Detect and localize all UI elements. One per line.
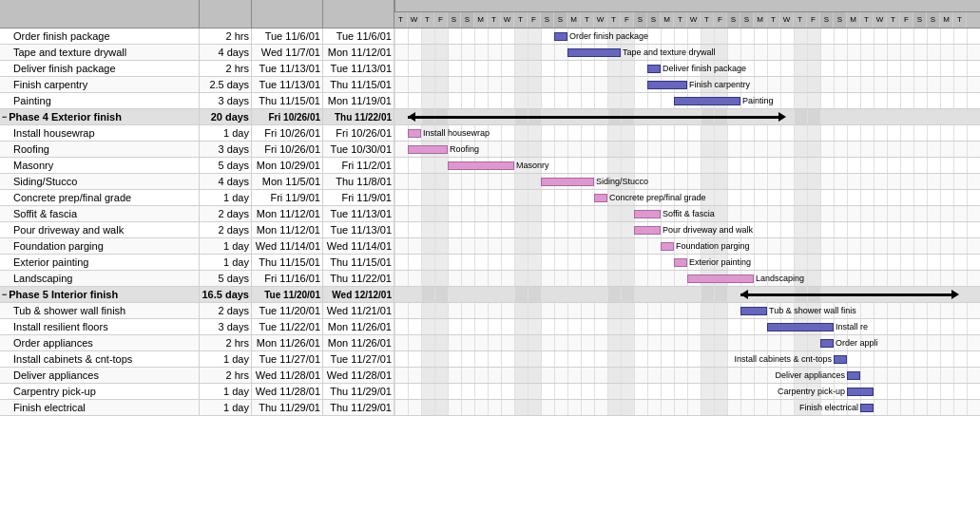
grid-line [607, 77, 608, 92]
gantt-row-83: Carpentry pick-up [394, 384, 980, 400]
grid-line [567, 287, 568, 302]
grid-line [541, 45, 542, 60]
grid-line [408, 271, 409, 286]
grid-line [488, 77, 489, 92]
grid-line [621, 158, 622, 173]
day-header-36: W [874, 12, 887, 28]
grid-line [621, 45, 622, 60]
grid-line [727, 368, 728, 383]
grid-line [607, 335, 608, 350]
grid-line [448, 319, 449, 334]
grid-line [767, 335, 768, 350]
task-bar [661, 242, 674, 251]
duration-cell-63: 2 hrs [200, 61, 252, 76]
grid-line [661, 255, 662, 270]
grid-line [860, 190, 861, 205]
task-bar [541, 178, 594, 186]
weekend-shade [701, 287, 714, 302]
grid-line [687, 384, 688, 399]
grid-line [940, 28, 941, 44]
grid-line [607, 206, 608, 221]
grid-line [554, 303, 555, 318]
grid-line [940, 77, 941, 92]
grid-line [408, 28, 409, 44]
finish-cell-64: Thu 11/15/01 [323, 77, 394, 92]
bar-label: Roofing [450, 144, 479, 154]
weekend-shade [807, 45, 820, 60]
day-header-34: M [847, 12, 860, 28]
grid-line [714, 174, 715, 189]
grid-line [820, 222, 821, 237]
grid-line [501, 77, 502, 92]
grid-line [501, 45, 502, 60]
weekend-shade [434, 174, 448, 189]
grid-line [488, 319, 489, 334]
grid-line [953, 109, 954, 124]
grid-line [528, 28, 528, 44]
gantt-row-64: Finish carpentry [394, 77, 980, 93]
grid-line [820, 238, 821, 254]
grid-line [807, 255, 808, 270]
weekend-shade [714, 335, 727, 350]
grid-line [408, 303, 409, 318]
bar-label: Foundation parging [676, 241, 750, 251]
grid-line [953, 125, 954, 141]
phase-arrow-right [778, 112, 786, 122]
grid-line [448, 61, 449, 76]
grid-line [634, 158, 635, 173]
start-cell-62: Wed 11/7/01 [252, 45, 323, 60]
grid-line [727, 351, 728, 367]
grid-line [408, 287, 409, 302]
weekend-shade [607, 255, 621, 270]
grid-line [967, 28, 968, 44]
grid-line [874, 303, 874, 318]
grid-line [900, 206, 901, 221]
expand-icon[interactable]: − [2, 290, 7, 299]
grid-line [594, 93, 595, 108]
grid-line [714, 319, 715, 334]
grid-line [421, 400, 422, 415]
grid-line [807, 142, 808, 157]
grid-line [714, 335, 715, 350]
grid-line [953, 142, 954, 157]
grid-line [701, 335, 701, 350]
grid-line [807, 335, 808, 350]
weekend-shade [528, 368, 541, 383]
grid-line [701, 287, 701, 302]
grid-line [488, 222, 489, 237]
grid-line [754, 28, 755, 44]
grid-line [847, 142, 848, 157]
grid-line [461, 174, 462, 189]
gantt-row-72: Soffit & fascia [394, 206, 980, 222]
day-header-16: T [607, 12, 621, 28]
duration-cell-79: 3 days [200, 319, 252, 334]
grid-line [780, 238, 781, 254]
grid-line [567, 28, 568, 44]
grid-line [887, 93, 888, 108]
grid-line [927, 206, 928, 221]
weekend-shade [514, 368, 528, 383]
grid-line [581, 142, 582, 157]
grid-line [607, 384, 608, 399]
grid-line [927, 384, 928, 399]
grid-line [687, 158, 688, 173]
grid-line [541, 287, 542, 302]
finish-cell-74: Wed 11/14/01 [323, 238, 394, 254]
grid-line [394, 28, 395, 44]
grid-line [434, 255, 435, 270]
grid-line [927, 400, 928, 415]
start-cell-78: Tue 11/20/01 [252, 303, 323, 318]
duration-cell-61: 2 hrs [200, 28, 252, 44]
weekend-shade [714, 319, 727, 334]
expand-icon[interactable]: − [2, 112, 7, 122]
weekend-shade [421, 303, 434, 318]
grid-line [514, 174, 515, 189]
duration-cell-80: 2 hrs [200, 335, 252, 350]
weekend-shade [621, 351, 634, 367]
day-header-0: T [394, 12, 408, 28]
grid-line [940, 206, 941, 221]
grid-line [807, 190, 808, 205]
start-cell-65: Thu 11/15/01 [252, 93, 323, 108]
grid-line [567, 400, 568, 415]
weekend-shade [807, 142, 820, 157]
